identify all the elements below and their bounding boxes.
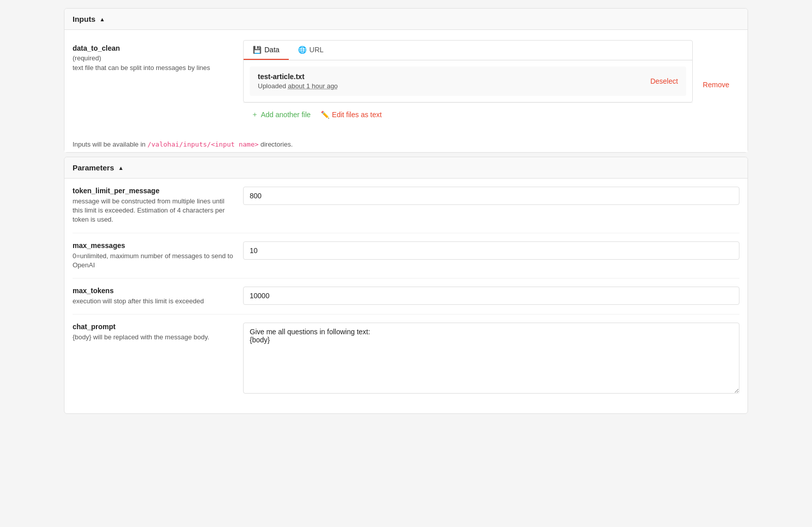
file-meta: Uploaded about 1 hour ago — [258, 82, 338, 90]
token-limit-input[interactable] — [243, 187, 739, 205]
param-input-col-token-limit — [243, 187, 739, 205]
chat-prompt-textarea[interactable]: Give me all questions in following text:… — [243, 323, 739, 394]
param-name-max-messages: max_messages — [73, 241, 235, 250]
edit-text-button[interactable]: ✏️ Edit files as text — [321, 111, 382, 119]
file-upload-time: about 1 hour ago — [288, 82, 337, 90]
remove-button[interactable]: Remove — [703, 81, 729, 89]
inputs-section-header[interactable]: Inputs ▲ — [64, 9, 748, 30]
parameters-section-header[interactable]: Parameters ▲ — [64, 157, 748, 179]
data-icon: 💾 — [253, 46, 261, 54]
input-param-name: data_to_clean — [73, 44, 235, 52]
inputs-info: Inputs will be available in /valohai/inp… — [64, 136, 748, 152]
param-row-chat-prompt: chat_prompt {body} will be replaced with… — [73, 314, 739, 403]
tab-url[interactable]: 🌐 URL — [289, 41, 333, 60]
params-body: token_limit_per_message message will be … — [64, 179, 748, 413]
tab-url-label: URL — [310, 46, 324, 54]
deselect-button[interactable]: Deselect — [650, 77, 678, 85]
param-name-chat-prompt: chat_prompt — [73, 323, 235, 331]
input-param-required: (required) — [73, 54, 235, 62]
param-input-col-max-messages — [243, 241, 739, 260]
inputs-title: Inputs — [73, 15, 95, 23]
param-name-max-tokens: max_tokens — [73, 287, 235, 295]
param-label-token-limit: token_limit_per_message message will be … — [73, 187, 235, 225]
param-name-token-limit: token_limit_per_message — [73, 187, 235, 195]
input-row: data_to_clean (required) text file that … — [73, 40, 739, 126]
add-file-button[interactable]: ＋ Add another file — [251, 110, 311, 119]
parameters-title: Parameters — [73, 163, 114, 172]
edit-text-label: Edit files as text — [332, 111, 382, 119]
param-desc-token-limit: message will be constructed from multipl… — [73, 197, 235, 225]
inputs-info-suffix: directories. — [259, 140, 293, 148]
tab-bar: 💾 Data 🌐 URL — [244, 41, 692, 60]
param-row-token-limit: token_limit_per_message message will be … — [73, 179, 739, 233]
input-param-desc: text file that can be split into message… — [73, 64, 235, 72]
inputs-info-path: /valohai/inputs/<input name> — [147, 140, 258, 148]
tab-file-row: 💾 Data 🌐 URL — [243, 40, 739, 126]
tab-data-label: Data — [264, 46, 280, 54]
param-label-max-messages: max_messages 0=unlimited, maximum number… — [73, 241, 235, 270]
param-label-chat-prompt: chat_prompt {body} will be replaced with… — [73, 323, 235, 342]
max-tokens-input[interactable] — [243, 287, 739, 305]
parameters-section: Parameters ▲ token_limit_per_message mes… — [64, 157, 748, 414]
inputs-body: data_to_clean (required) text file that … — [64, 30, 748, 136]
file-actions: ＋ Add another file ✏️ Edit files as text — [243, 102, 693, 126]
inputs-chevron: ▲ — [99, 16, 105, 22]
file-item: test-article.txt Uploaded about 1 hour a… — [250, 66, 686, 96]
input-label-column: data_to_clean (required) text file that … — [73, 40, 235, 76]
plus-icon: ＋ — [251, 110, 258, 119]
param-row-max-tokens: max_tokens execution will stop after thi… — [73, 278, 739, 314]
inputs-section: Inputs ▲ data_to_clean (required) text f… — [64, 8, 748, 153]
param-desc-max-tokens: execution will stop after this limit is … — [73, 297, 235, 306]
param-desc-chat-prompt: {body} will be replaced with the message… — [73, 333, 235, 342]
param-desc-max-messages: 0=unlimited, maximum number of messages … — [73, 252, 235, 270]
input-content-column: 💾 Data 🌐 URL — [243, 40, 739, 126]
remove-col: Remove — [693, 40, 739, 94]
max-messages-input[interactable] — [243, 241, 739, 260]
file-info: test-article.txt Uploaded about 1 hour a… — [258, 73, 338, 90]
tab-data[interactable]: 💾 Data — [244, 41, 289, 60]
upload-box: 💾 Data 🌐 URL — [243, 40, 693, 102]
param-label-max-tokens: max_tokens execution will stop after thi… — [73, 287, 235, 306]
param-input-col-max-tokens — [243, 287, 739, 305]
edit-icon: ✏️ — [321, 111, 329, 119]
file-name: test-article.txt — [258, 73, 338, 81]
inputs-info-prefix: Inputs will be available in — [73, 140, 147, 148]
param-row-max-messages: max_messages 0=unlimited, maximum number… — [73, 233, 739, 278]
url-icon: 🌐 — [298, 46, 307, 54]
parameters-chevron: ▲ — [118, 165, 124, 171]
tab-content-area: 💾 Data 🌐 URL — [243, 40, 693, 126]
add-file-label: Add another file — [261, 111, 311, 119]
param-input-col-chat-prompt: Give me all questions in following text:… — [243, 323, 739, 395]
